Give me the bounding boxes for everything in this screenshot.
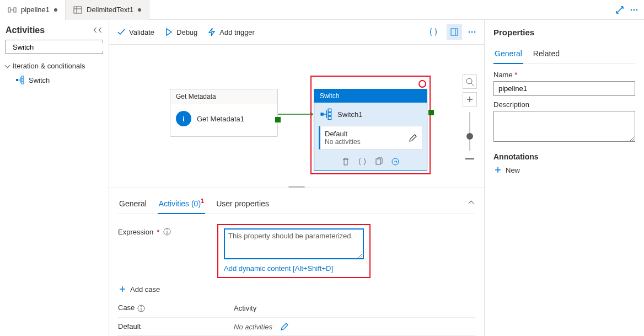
section-iteration[interactable]: Iteration & conditionals bbox=[6, 62, 103, 70]
zoom-in-button[interactable] bbox=[463, 92, 477, 106]
chevron-down-icon bbox=[6, 62, 9, 70]
case-sub: No activities bbox=[325, 138, 361, 146]
node-name: Switch1 bbox=[337, 110, 363, 119]
check-icon bbox=[117, 28, 126, 36]
case-label: Default bbox=[325, 130, 361, 138]
svg-rect-28 bbox=[376, 159, 380, 164]
switch-node[interactable]: Switch Switch1 Default No activities bbox=[314, 89, 427, 171]
add-trigger-button[interactable]: Add trigger bbox=[207, 28, 255, 36]
zoom-out-button[interactable] bbox=[465, 158, 474, 159]
activity-switch-item[interactable]: Switch bbox=[6, 73, 103, 87]
col-activity-header: Activity bbox=[234, 303, 475, 313]
tab-dataset-label: DelimitedText1 bbox=[87, 6, 133, 14]
get-metadata-node[interactable]: Get Metadata i Get Metadata1 bbox=[170, 89, 278, 137]
zoom-fit-button[interactable] bbox=[463, 74, 477, 89]
braces-icon[interactable] bbox=[358, 157, 367, 166]
table-icon bbox=[73, 6, 82, 14]
props-tab-related[interactable]: Related bbox=[532, 44, 561, 63]
details-tab-general[interactable]: General bbox=[118, 194, 148, 214]
output-port[interactable] bbox=[428, 110, 434, 115]
description-input[interactable] bbox=[493, 111, 635, 142]
search-input-wrap[interactable] bbox=[6, 40, 103, 54]
section-label: Iteration & conditionals bbox=[13, 62, 85, 70]
case-name: Default bbox=[118, 322, 234, 331]
properties-icon bbox=[450, 28, 459, 36]
svg-rect-14 bbox=[22, 76, 24, 78]
svg-point-21 bbox=[474, 31, 476, 33]
props-tab-general[interactable]: General bbox=[493, 44, 523, 63]
collapse-panel-button[interactable] bbox=[467, 194, 475, 214]
svg-point-20 bbox=[471, 31, 473, 33]
braces-icon bbox=[429, 28, 438, 36]
search-input[interactable] bbox=[13, 43, 105, 51]
svg-point-30 bbox=[466, 78, 472, 84]
tab-dataset[interactable]: DelimitedText1 bbox=[66, 0, 149, 20]
svg-rect-17 bbox=[451, 29, 458, 35]
switch-icon bbox=[320, 108, 332, 120]
add-case-label: Add case bbox=[130, 285, 160, 294]
switch-default-case[interactable]: Default No activities bbox=[319, 126, 422, 150]
expression-input[interactable] bbox=[224, 228, 364, 259]
double-chevron-icon[interactable] bbox=[94, 26, 98, 35]
svg-rect-0 bbox=[8, 8, 10, 12]
name-label: Name bbox=[493, 71, 513, 79]
svg-point-8 bbox=[636, 9, 638, 10]
code-view-button[interactable] bbox=[426, 24, 441, 40]
new-annotation-button[interactable]: New bbox=[493, 166, 635, 174]
activity-switch-label: Switch bbox=[29, 76, 50, 84]
expand-icon[interactable] bbox=[615, 6, 624, 14]
edit-icon[interactable] bbox=[409, 134, 417, 142]
validate-button[interactable]: Validate bbox=[117, 28, 154, 36]
details-tab-activities[interactable]: Activities (0)1 bbox=[158, 194, 205, 214]
details-tab-userprops[interactable]: User properties bbox=[215, 194, 270, 214]
edit-icon[interactable] bbox=[280, 322, 289, 331]
zoom-slider[interactable] bbox=[469, 112, 470, 151]
required-asterisk: * bbox=[514, 71, 517, 79]
more-icon[interactable] bbox=[630, 6, 638, 14]
svg-rect-15 bbox=[22, 79, 24, 81]
double-chevron-icon[interactable] bbox=[99, 26, 103, 35]
editor-tabs: pipeline1 DelimitedText1 bbox=[0, 0, 644, 20]
info-icon[interactable] bbox=[137, 304, 146, 313]
connector-line bbox=[278, 109, 313, 120]
properties-toggle-button[interactable] bbox=[447, 24, 462, 40]
plus-icon bbox=[118, 285, 127, 294]
add-dynamic-content-link[interactable]: Add dynamic content [Alt+Shift+D] bbox=[224, 264, 333, 273]
svg-rect-22 bbox=[320, 113, 324, 116]
pipeline-icon bbox=[8, 6, 17, 14]
add-case-button[interactable]: Add case bbox=[118, 285, 475, 294]
name-input[interactable] bbox=[493, 81, 635, 96]
svg-rect-25 bbox=[328, 109, 331, 112]
play-icon bbox=[164, 28, 173, 36]
svg-rect-26 bbox=[328, 113, 331, 116]
info-icon: i bbox=[176, 111, 191, 126]
delete-icon[interactable] bbox=[341, 157, 350, 166]
pipeline-canvas[interactable]: Get Metadata i Get Metadata1 Switch Swit… bbox=[109, 45, 484, 185]
debug-button[interactable]: Debug bbox=[164, 28, 197, 36]
zoom-controls bbox=[462, 74, 477, 159]
properties-panel: Properties General Related Name * Descri… bbox=[484, 20, 644, 336]
more-icon[interactable] bbox=[468, 28, 476, 36]
validate-label: Validate bbox=[129, 28, 154, 36]
copy-icon[interactable] bbox=[374, 157, 383, 166]
svg-rect-3 bbox=[74, 7, 82, 13]
activities-sidebar: Activities Iteration & conditionals Swit… bbox=[0, 20, 109, 336]
error-indicator-icon bbox=[418, 80, 426, 88]
svg-line-31 bbox=[471, 83, 474, 86]
search-icon bbox=[465, 77, 474, 86]
expand-node-icon[interactable] bbox=[391, 157, 400, 166]
trigger-icon bbox=[207, 28, 216, 36]
svg-point-36 bbox=[167, 230, 168, 231]
description-label: Description bbox=[493, 100, 635, 109]
case-row: Default No activities bbox=[118, 318, 475, 336]
error-badge: 1 bbox=[201, 198, 204, 204]
switch-highlight: Switch Switch1 Default No activities bbox=[310, 76, 431, 174]
tab-pipeline[interactable]: pipeline1 bbox=[0, 0, 66, 20]
tab-pipeline-label: pipeline1 bbox=[21, 6, 50, 14]
zoom-thumb[interactable] bbox=[466, 133, 473, 140]
svg-rect-27 bbox=[328, 116, 331, 120]
svg-rect-1 bbox=[14, 8, 16, 12]
node-type-label: Switch bbox=[314, 89, 427, 103]
info-icon[interactable] bbox=[163, 227, 171, 236]
switch-icon bbox=[15, 76, 24, 84]
